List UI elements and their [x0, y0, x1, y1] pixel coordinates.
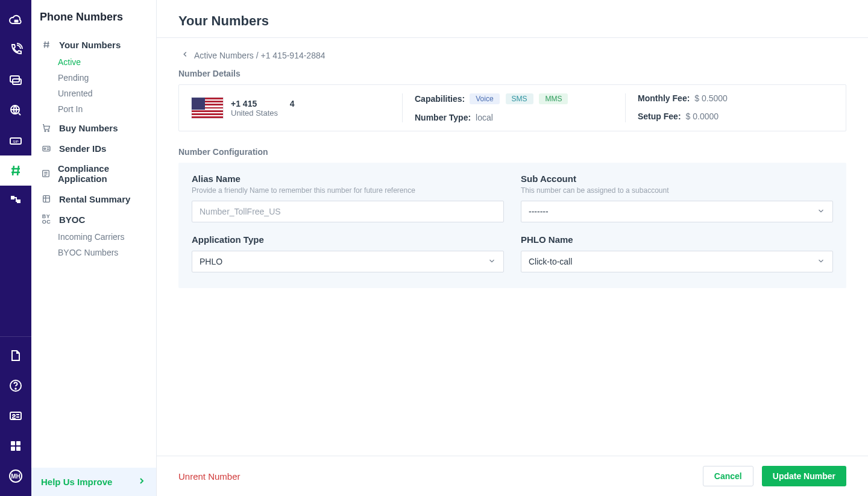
- alias-label: Alias Name: [192, 174, 504, 184]
- rail-docs[interactable]: [0, 341, 31, 371]
- cloud-grid-icon: [8, 13, 23, 27]
- alias-input[interactable]: [192, 201, 504, 222]
- app-type-select[interactable]: PHLO: [192, 251, 504, 272]
- nav-rental-summary[interactable]: Rental Summary: [31, 189, 156, 209]
- monthly-fee-value: $ 0.5000: [694, 93, 728, 103]
- setup-fee-value: $ 0.0000: [686, 111, 719, 121]
- field-subaccount: Sub Account This number can be assigned …: [521, 174, 833, 222]
- subaccount-value: -------: [529, 207, 817, 216]
- section-title-details: Number Details: [178, 69, 846, 78]
- cancel-button[interactable]: Cancel: [703, 466, 753, 486]
- rail-account[interactable]: MH: [0, 461, 31, 491]
- sidebar-nav: Your Numbers Active Pending Unrented Por…: [31, 28, 156, 468]
- rail-lookup[interactable]: [0, 95, 31, 125]
- help-us-improve[interactable]: Help Us Improve: [31, 468, 156, 496]
- main: Your Numbers Active Numbers / +1 415-914…: [157, 0, 868, 496]
- rail-help[interactable]: [0, 371, 31, 401]
- svg-rect-18: [11, 447, 15, 451]
- hash-icon: [41, 39, 52, 50]
- rail-messaging[interactable]: [0, 65, 31, 95]
- compliance-icon: [41, 168, 51, 179]
- nav-sender-ids[interactable]: Sender IDs: [31, 138, 156, 159]
- number-type-value: local: [476, 113, 493, 122]
- nav-your-numbers[interactable]: Your Numbers: [31, 34, 156, 55]
- billing-icon: [8, 409, 23, 423]
- details-capabilities-col: Capabilities: Voice SMS MMS Number Type:…: [402, 93, 625, 122]
- nav-compliance[interactable]: Compliance Application: [31, 159, 156, 189]
- nav-sub-active[interactable]: Active: [31, 55, 156, 71]
- svg-rect-11: [11, 196, 14, 199]
- details-fees-col: Monthly Fee: $ 0.5000 Setup Fee: $ 0.000…: [625, 93, 846, 122]
- cart-icon: [41, 122, 52, 133]
- chevron-down-icon: [488, 257, 496, 267]
- svg-point-23: [44, 148, 46, 149]
- svg-rect-12: [17, 199, 20, 203]
- byoc-icon: BYOC: [41, 214, 52, 225]
- messages-icon: [8, 73, 23, 87]
- rail-logo[interactable]: [0, 5, 31, 35]
- chevron-down-icon: [817, 207, 825, 217]
- rail-sip[interactable]: SIP: [0, 125, 31, 155]
- capability-sms: SMS: [506, 93, 533, 104]
- apps-grid-icon: [8, 439, 23, 453]
- unrent-number-link[interactable]: Unrent Number: [178, 471, 241, 482]
- hash-icon: [8, 163, 23, 178]
- footer-bar: Unrent Number Cancel Update Number: [157, 456, 868, 496]
- rail-phone-numbers[interactable]: [0, 155, 31, 186]
- number-details-card: +1 415 4 United States Capabilities: Voi…: [178, 84, 846, 131]
- nav-label: Your Numbers: [59, 40, 121, 50]
- field-app-type: Application Type PHLO: [192, 234, 504, 272]
- nav-label: Buy Numbers: [59, 123, 118, 133]
- svg-point-21: [48, 130, 49, 131]
- nav-sub-unrented[interactable]: Unrented: [31, 86, 156, 102]
- nav-buy-numbers[interactable]: Buy Numbers: [31, 118, 156, 138]
- update-number-button[interactable]: Update Number: [762, 466, 846, 486]
- phlo-name-label: PHLO Name: [521, 234, 833, 245]
- capability-mms: MMS: [539, 93, 568, 104]
- svg-rect-19: [16, 447, 20, 451]
- phlo-name-select[interactable]: Click-to-call: [521, 251, 833, 272]
- nav-label: Sender IDs: [59, 143, 106, 154]
- sidebar-title: Phone Numbers: [31, 0, 156, 28]
- breadcrumb[interactable]: Active Numbers / +1 415-914-2884: [181, 50, 846, 60]
- main-header: Your Numbers: [157, 0, 868, 38]
- rail-billing[interactable]: [0, 401, 31, 431]
- rail-apps[interactable]: [0, 431, 31, 461]
- setup-fee-label: Setup Fee:: [638, 111, 681, 121]
- details-number-col: +1 415 4 United States: [179, 93, 402, 122]
- subaccount-label: Sub Account: [521, 174, 833, 184]
- svg-rect-25: [43, 196, 50, 202]
- svg-rect-16: [11, 441, 15, 445]
- phlo-name-value: Click-to-call: [529, 257, 817, 266]
- rail-phlo[interactable]: [0, 186, 31, 216]
- page-title: Your Numbers: [178, 13, 846, 29]
- subaccount-select[interactable]: -------: [521, 201, 833, 222]
- section-title-config: Number Configuration: [178, 147, 846, 157]
- number-display: +1 415 4: [231, 99, 294, 108]
- app-type-label: Application Type: [192, 234, 504, 245]
- nav-sub-pending[interactable]: Pending: [31, 71, 156, 86]
- sidebar: Phone Numbers Your Numbers Active Pendin…: [31, 0, 157, 496]
- icon-rail: SIP MH: [0, 0, 31, 496]
- nav-sub-portin[interactable]: Port In: [31, 102, 156, 118]
- rail-voice[interactable]: [0, 35, 31, 65]
- chevron-left-icon: [181, 50, 189, 60]
- number-type-label: Number Type:: [415, 113, 471, 122]
- number-config-card: Alias Name Provide a friendly Name to re…: [178, 163, 846, 288]
- nav-sub-byoc-numbers[interactable]: BYOC Numbers: [31, 245, 156, 261]
- docs-icon: [8, 348, 23, 363]
- nav-sub-incoming-carriers[interactable]: Incoming Carriers: [31, 230, 156, 245]
- nav-byoc[interactable]: BYOC BYOC: [31, 209, 156, 230]
- svg-point-20: [45, 130, 46, 131]
- summary-icon: [41, 193, 52, 204]
- svg-point-14: [15, 388, 16, 389]
- svg-text:SIP: SIP: [13, 140, 19, 143]
- monthly-fee-label: Monthly Fee:: [638, 93, 690, 103]
- field-phlo-name: PHLO Name Click-to-call: [521, 234, 833, 272]
- search-globe-icon: [8, 103, 23, 118]
- sip-icon: SIP: [8, 133, 23, 148]
- field-alias: Alias Name Provide a friendly Name to re…: [192, 174, 504, 222]
- number-country: United States: [231, 108, 294, 118]
- flag-us-icon: [191, 97, 224, 119]
- nav-label: Rental Summary: [59, 194, 130, 204]
